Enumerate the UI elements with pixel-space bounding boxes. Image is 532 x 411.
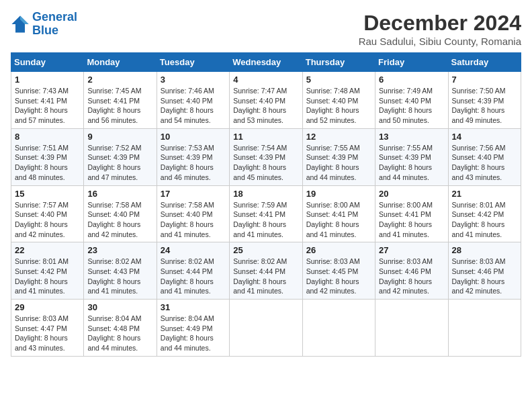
day-info: Sunrise: 7:56 AM Sunset: 4:40 PM Dayligh… bbox=[452, 143, 517, 183]
day-number: 15 bbox=[15, 189, 80, 199]
day-info: Sunrise: 8:02 AM Sunset: 4:44 PM Dayligh… bbox=[161, 257, 226, 296]
calendar-cell: 5 Sunrise: 7:48 AM Sunset: 4:40 PM Dayli… bbox=[302, 72, 375, 129]
day-number: 28 bbox=[452, 245, 517, 255]
calendar-cell bbox=[375, 300, 448, 357]
logo-icon bbox=[11, 15, 30, 34]
day-info: Sunrise: 7:58 AM Sunset: 4:40 PM Dayligh… bbox=[87, 200, 152, 240]
day-info: Sunrise: 8:03 AM Sunset: 4:46 PM Dayligh… bbox=[452, 257, 517, 296]
day-number: 27 bbox=[379, 245, 444, 255]
day-number: 21 bbox=[452, 189, 517, 199]
day-number: 16 bbox=[87, 189, 152, 199]
day-info: Sunrise: 7:53 AM Sunset: 4:39 PM Dayligh… bbox=[161, 143, 226, 183]
month-title: December 2024 bbox=[359, 11, 521, 36]
day-info: Sunrise: 7:58 AM Sunset: 4:40 PM Dayligh… bbox=[161, 200, 226, 240]
day-number: 12 bbox=[306, 132, 371, 142]
day-number: 13 bbox=[379, 132, 444, 142]
calendar-cell bbox=[302, 300, 375, 357]
day-number: 8 bbox=[15, 132, 80, 142]
logo: General Blue bbox=[11, 11, 77, 38]
calendar-week-row: 8 Sunrise: 7:51 AM Sunset: 4:39 PM Dayli… bbox=[11, 128, 521, 185]
calendar-cell: 20 Sunrise: 8:00 AM Sunset: 4:41 PM Dayl… bbox=[375, 185, 448, 242]
weekday-header: Wednesday bbox=[230, 53, 302, 72]
calendar-cell: 29 Sunrise: 8:03 AM Sunset: 4:47 PM Dayl… bbox=[11, 300, 84, 357]
day-info: Sunrise: 7:45 AM Sunset: 4:41 PM Dayligh… bbox=[87, 86, 152, 126]
calendar-cell: 31 Sunrise: 8:04 AM Sunset: 4:49 PM Dayl… bbox=[157, 300, 229, 357]
day-info: Sunrise: 8:02 AM Sunset: 4:43 PM Dayligh… bbox=[87, 257, 152, 296]
day-number: 3 bbox=[161, 75, 226, 85]
calendar-cell: 18 Sunrise: 7:59 AM Sunset: 4:41 PM Dayl… bbox=[230, 185, 302, 242]
calendar-cell bbox=[448, 300, 521, 357]
day-number: 31 bbox=[161, 302, 226, 312]
calendar-week-row: 29 Sunrise: 8:03 AM Sunset: 4:47 PM Dayl… bbox=[11, 300, 521, 357]
calendar-header-row: SundayMondayTuesdayWednesdayThursdayFrid… bbox=[11, 53, 521, 72]
calendar-cell: 7 Sunrise: 7:50 AM Sunset: 4:39 PM Dayli… bbox=[448, 72, 521, 129]
day-number: 10 bbox=[161, 132, 226, 142]
calendar-cell: 3 Sunrise: 7:46 AM Sunset: 4:40 PM Dayli… bbox=[157, 72, 229, 129]
calendar-cell: 28 Sunrise: 8:03 AM Sunset: 4:46 PM Dayl… bbox=[448, 242, 521, 300]
calendar-cell: 26 Sunrise: 8:03 AM Sunset: 4:45 PM Dayl… bbox=[302, 242, 375, 300]
day-info: Sunrise: 7:57 AM Sunset: 4:40 PM Dayligh… bbox=[15, 200, 80, 240]
weekday-header: Tuesday bbox=[157, 53, 229, 72]
calendar-cell bbox=[230, 300, 302, 357]
day-info: Sunrise: 8:03 AM Sunset: 4:45 PM Dayligh… bbox=[306, 257, 371, 296]
calendar-cell: 25 Sunrise: 8:02 AM Sunset: 4:44 PM Dayl… bbox=[230, 242, 302, 300]
calendar-week-row: 22 Sunrise: 8:01 AM Sunset: 4:42 PM Dayl… bbox=[11, 242, 521, 300]
day-number: 5 bbox=[306, 75, 371, 85]
calendar-week-row: 1 Sunrise: 7:43 AM Sunset: 4:41 PM Dayli… bbox=[11, 72, 521, 129]
day-number: 2 bbox=[87, 75, 152, 85]
day-info: Sunrise: 7:48 AM Sunset: 4:40 PM Dayligh… bbox=[306, 86, 371, 126]
calendar-cell: 15 Sunrise: 7:57 AM Sunset: 4:40 PM Dayl… bbox=[11, 185, 84, 242]
day-number: 22 bbox=[15, 245, 80, 255]
calendar-cell: 19 Sunrise: 8:00 AM Sunset: 4:41 PM Dayl… bbox=[302, 185, 375, 242]
day-number: 25 bbox=[233, 245, 298, 255]
day-info: Sunrise: 8:03 AM Sunset: 4:46 PM Dayligh… bbox=[379, 257, 444, 296]
day-info: Sunrise: 7:43 AM Sunset: 4:41 PM Dayligh… bbox=[15, 86, 80, 126]
title-block: December 2024 Rau Sadului, Sibiu County,… bbox=[359, 11, 521, 47]
day-info: Sunrise: 7:55 AM Sunset: 4:39 PM Dayligh… bbox=[306, 143, 371, 183]
calendar-week-row: 15 Sunrise: 7:57 AM Sunset: 4:40 PM Dayl… bbox=[11, 185, 521, 242]
calendar-cell: 10 Sunrise: 7:53 AM Sunset: 4:39 PM Dayl… bbox=[157, 128, 229, 185]
calendar-table: SundayMondayTuesdayWednesdayThursdayFrid… bbox=[11, 52, 521, 357]
day-info: Sunrise: 7:52 AM Sunset: 4:39 PM Dayligh… bbox=[87, 143, 152, 183]
day-number: 9 bbox=[87, 132, 152, 142]
day-number: 4 bbox=[233, 75, 298, 85]
calendar-cell: 4 Sunrise: 7:47 AM Sunset: 4:40 PM Dayli… bbox=[230, 72, 302, 129]
day-number: 17 bbox=[161, 189, 226, 199]
calendar-cell: 21 Sunrise: 8:01 AM Sunset: 4:42 PM Dayl… bbox=[448, 185, 521, 242]
calendar-cell: 16 Sunrise: 7:58 AM Sunset: 4:40 PM Dayl… bbox=[84, 185, 157, 242]
calendar-cell: 11 Sunrise: 7:54 AM Sunset: 4:39 PM Dayl… bbox=[230, 128, 302, 185]
logo-text: General Blue bbox=[32, 11, 77, 38]
day-number: 30 bbox=[87, 302, 152, 312]
calendar-cell: 2 Sunrise: 7:45 AM Sunset: 4:41 PM Dayli… bbox=[84, 72, 157, 129]
day-info: Sunrise: 8:04 AM Sunset: 4:48 PM Dayligh… bbox=[87, 314, 152, 353]
day-number: 29 bbox=[15, 302, 80, 312]
day-info: Sunrise: 8:01 AM Sunset: 4:42 PM Dayligh… bbox=[15, 257, 80, 296]
weekday-header: Sunday bbox=[11, 53, 84, 72]
day-number: 23 bbox=[87, 245, 152, 255]
calendar-cell: 30 Sunrise: 8:04 AM Sunset: 4:48 PM Dayl… bbox=[84, 300, 157, 357]
calendar-cell: 1 Sunrise: 7:43 AM Sunset: 4:41 PM Dayli… bbox=[11, 72, 84, 129]
calendar-cell: 6 Sunrise: 7:49 AM Sunset: 4:40 PM Dayli… bbox=[375, 72, 448, 129]
day-number: 7 bbox=[452, 75, 517, 85]
weekday-header: Friday bbox=[375, 53, 448, 72]
calendar-cell: 17 Sunrise: 7:58 AM Sunset: 4:40 PM Dayl… bbox=[157, 185, 229, 242]
calendar-cell: 23 Sunrise: 8:02 AM Sunset: 4:43 PM Dayl… bbox=[84, 242, 157, 300]
calendar-cell: 24 Sunrise: 8:02 AM Sunset: 4:44 PM Dayl… bbox=[157, 242, 229, 300]
day-info: Sunrise: 8:01 AM Sunset: 4:42 PM Dayligh… bbox=[452, 200, 517, 240]
calendar-cell: 27 Sunrise: 8:03 AM Sunset: 4:46 PM Dayl… bbox=[375, 242, 448, 300]
day-info: Sunrise: 7:49 AM Sunset: 4:40 PM Dayligh… bbox=[379, 86, 444, 126]
location-title: Rau Sadului, Sibiu County, Romania bbox=[359, 36, 521, 47]
day-info: Sunrise: 7:55 AM Sunset: 4:39 PM Dayligh… bbox=[379, 143, 444, 183]
page-header: General Blue December 2024 Rau Sadului, … bbox=[11, 11, 521, 47]
day-number: 24 bbox=[161, 245, 226, 255]
day-number: 19 bbox=[306, 189, 371, 199]
calendar-cell: 13 Sunrise: 7:55 AM Sunset: 4:39 PM Dayl… bbox=[375, 128, 448, 185]
day-info: Sunrise: 7:46 AM Sunset: 4:40 PM Dayligh… bbox=[161, 86, 226, 126]
day-info: Sunrise: 8:00 AM Sunset: 4:41 PM Dayligh… bbox=[379, 200, 444, 240]
day-info: Sunrise: 7:54 AM Sunset: 4:39 PM Dayligh… bbox=[233, 143, 298, 183]
day-info: Sunrise: 7:51 AM Sunset: 4:39 PM Dayligh… bbox=[15, 143, 80, 183]
day-info: Sunrise: 8:00 AM Sunset: 4:41 PM Dayligh… bbox=[306, 200, 371, 240]
day-info: Sunrise: 7:59 AM Sunset: 4:41 PM Dayligh… bbox=[233, 200, 298, 240]
calendar-cell: 8 Sunrise: 7:51 AM Sunset: 4:39 PM Dayli… bbox=[11, 128, 84, 185]
day-info: Sunrise: 8:02 AM Sunset: 4:44 PM Dayligh… bbox=[233, 257, 298, 296]
